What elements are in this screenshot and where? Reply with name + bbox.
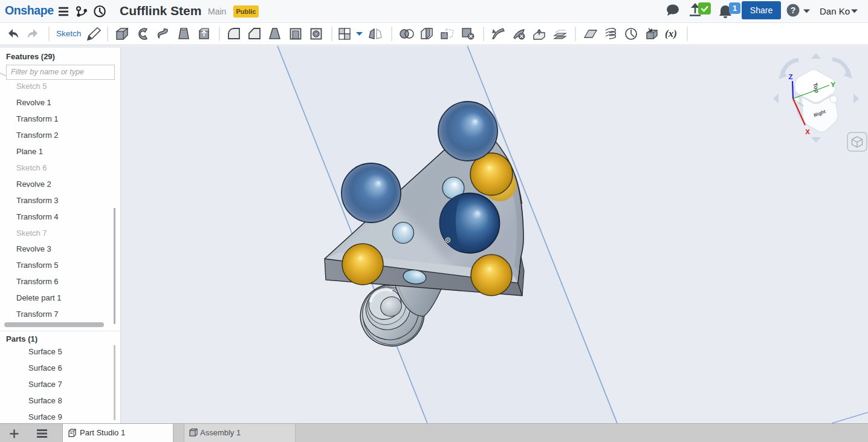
svg-text:(x): (x): [665, 28, 677, 39]
svg-text:Z: Z: [788, 73, 792, 80]
svg-text:1: 1: [733, 4, 737, 13]
svg-text:Y: Y: [831, 81, 835, 88]
svg-text:X: X: [805, 128, 810, 135]
svg-text:?: ?: [791, 5, 796, 15]
